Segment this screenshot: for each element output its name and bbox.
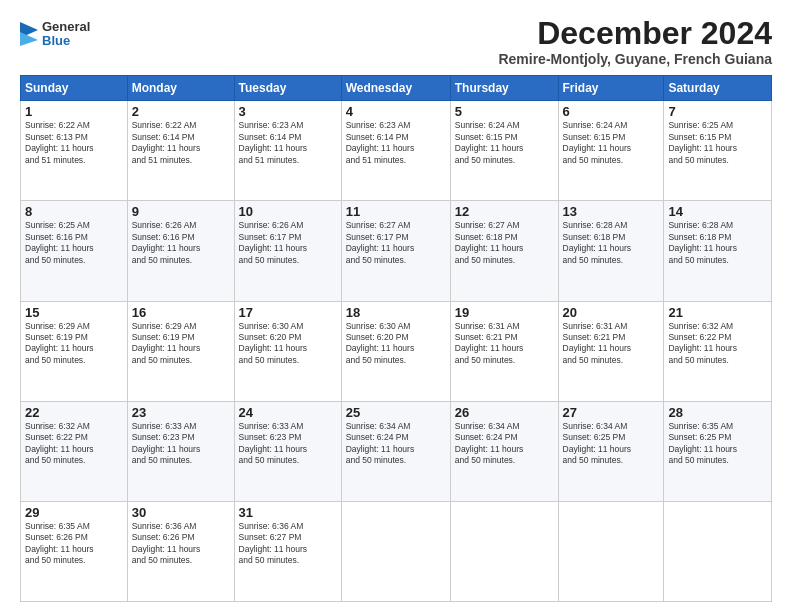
table-row [558, 501, 664, 601]
table-row: 4Sunrise: 6:23 AM Sunset: 6:14 PM Daylig… [341, 101, 450, 201]
day-number: 14 [668, 204, 767, 219]
day-number: 29 [25, 505, 123, 520]
table-row: 2Sunrise: 6:22 AM Sunset: 6:14 PM Daylig… [127, 101, 234, 201]
day-number: 12 [455, 204, 554, 219]
day-number: 22 [25, 405, 123, 420]
calendar-body: 1Sunrise: 6:22 AM Sunset: 6:13 PM Daylig… [21, 101, 772, 602]
day-info: Sunrise: 6:30 AM Sunset: 6:20 PM Dayligh… [239, 321, 337, 367]
calendar-header: Sunday Monday Tuesday Wednesday Thursday… [21, 76, 772, 101]
table-row: 9Sunrise: 6:26 AM Sunset: 6:16 PM Daylig… [127, 201, 234, 301]
day-info: Sunrise: 6:32 AM Sunset: 6:22 PM Dayligh… [25, 421, 123, 467]
table-row: 23Sunrise: 6:33 AM Sunset: 6:23 PM Dayli… [127, 401, 234, 501]
day-info: Sunrise: 6:34 AM Sunset: 6:24 PM Dayligh… [346, 421, 446, 467]
table-row: 21Sunrise: 6:32 AM Sunset: 6:22 PM Dayli… [664, 301, 772, 401]
calendar-row: 1Sunrise: 6:22 AM Sunset: 6:13 PM Daylig… [21, 101, 772, 201]
day-info: Sunrise: 6:23 AM Sunset: 6:14 PM Dayligh… [239, 120, 337, 166]
col-monday: Monday [127, 76, 234, 101]
day-number: 11 [346, 204, 446, 219]
table-row: 16Sunrise: 6:29 AM Sunset: 6:19 PM Dayli… [127, 301, 234, 401]
day-number: 10 [239, 204, 337, 219]
table-row: 27Sunrise: 6:34 AM Sunset: 6:25 PM Dayli… [558, 401, 664, 501]
day-info: Sunrise: 6:24 AM Sunset: 6:15 PM Dayligh… [455, 120, 554, 166]
day-number: 3 [239, 104, 337, 119]
table-row: 6Sunrise: 6:24 AM Sunset: 6:15 PM Daylig… [558, 101, 664, 201]
day-number: 30 [132, 505, 230, 520]
day-number: 28 [668, 405, 767, 420]
table-row [341, 501, 450, 601]
day-info: Sunrise: 6:22 AM Sunset: 6:14 PM Dayligh… [132, 120, 230, 166]
table-row: 24Sunrise: 6:33 AM Sunset: 6:23 PM Dayli… [234, 401, 341, 501]
day-info: Sunrise: 6:31 AM Sunset: 6:21 PM Dayligh… [455, 321, 554, 367]
table-row: 29Sunrise: 6:35 AM Sunset: 6:26 PM Dayli… [21, 501, 128, 601]
month-title: December 2024 [498, 16, 772, 51]
table-row: 11Sunrise: 6:27 AM Sunset: 6:17 PM Dayli… [341, 201, 450, 301]
day-number: 27 [563, 405, 660, 420]
day-number: 7 [668, 104, 767, 119]
day-info: Sunrise: 6:29 AM Sunset: 6:19 PM Dayligh… [25, 321, 123, 367]
calendar-row: 22Sunrise: 6:32 AM Sunset: 6:22 PM Dayli… [21, 401, 772, 501]
day-info: Sunrise: 6:35 AM Sunset: 6:26 PM Dayligh… [25, 521, 123, 567]
day-info: Sunrise: 6:22 AM Sunset: 6:13 PM Dayligh… [25, 120, 123, 166]
day-info: Sunrise: 6:34 AM Sunset: 6:25 PM Dayligh… [563, 421, 660, 467]
table-row: 19Sunrise: 6:31 AM Sunset: 6:21 PM Dayli… [450, 301, 558, 401]
day-number: 26 [455, 405, 554, 420]
day-info: Sunrise: 6:36 AM Sunset: 6:26 PM Dayligh… [132, 521, 230, 567]
table-row [664, 501, 772, 601]
table-row: 28Sunrise: 6:35 AM Sunset: 6:25 PM Dayli… [664, 401, 772, 501]
page: General Blue December 2024 Remire-Montjo… [0, 0, 792, 612]
day-number: 19 [455, 305, 554, 320]
logo-icon [20, 22, 38, 46]
title-block: December 2024 Remire-Montjoly, Guyane, F… [498, 16, 772, 67]
day-info: Sunrise: 6:33 AM Sunset: 6:23 PM Dayligh… [239, 421, 337, 467]
day-info: Sunrise: 6:26 AM Sunset: 6:16 PM Dayligh… [132, 220, 230, 266]
day-number: 15 [25, 305, 123, 320]
table-row: 7Sunrise: 6:25 AM Sunset: 6:15 PM Daylig… [664, 101, 772, 201]
col-thursday: Thursday [450, 76, 558, 101]
col-tuesday: Tuesday [234, 76, 341, 101]
calendar-table: Sunday Monday Tuesday Wednesday Thursday… [20, 75, 772, 602]
table-row: 22Sunrise: 6:32 AM Sunset: 6:22 PM Dayli… [21, 401, 128, 501]
table-row: 26Sunrise: 6:34 AM Sunset: 6:24 PM Dayli… [450, 401, 558, 501]
table-row: 1Sunrise: 6:22 AM Sunset: 6:13 PM Daylig… [21, 101, 128, 201]
day-info: Sunrise: 6:27 AM Sunset: 6:18 PM Dayligh… [455, 220, 554, 266]
day-number: 16 [132, 305, 230, 320]
day-number: 1 [25, 104, 123, 119]
table-row: 3Sunrise: 6:23 AM Sunset: 6:14 PM Daylig… [234, 101, 341, 201]
day-info: Sunrise: 6:30 AM Sunset: 6:20 PM Dayligh… [346, 321, 446, 367]
day-number: 18 [346, 305, 446, 320]
day-info: Sunrise: 6:31 AM Sunset: 6:21 PM Dayligh… [563, 321, 660, 367]
table-row: 13Sunrise: 6:28 AM Sunset: 6:18 PM Dayli… [558, 201, 664, 301]
logo: General Blue [20, 20, 90, 49]
day-number: 17 [239, 305, 337, 320]
day-number: 23 [132, 405, 230, 420]
day-number: 5 [455, 104, 554, 119]
day-number: 4 [346, 104, 446, 119]
day-info: Sunrise: 6:25 AM Sunset: 6:16 PM Dayligh… [25, 220, 123, 266]
day-number: 13 [563, 204, 660, 219]
day-info: Sunrise: 6:27 AM Sunset: 6:17 PM Dayligh… [346, 220, 446, 266]
logo-blue-text: Blue [42, 34, 90, 48]
day-info: Sunrise: 6:25 AM Sunset: 6:15 PM Dayligh… [668, 120, 767, 166]
day-info: Sunrise: 6:35 AM Sunset: 6:25 PM Dayligh… [668, 421, 767, 467]
calendar-row: 8Sunrise: 6:25 AM Sunset: 6:16 PM Daylig… [21, 201, 772, 301]
table-row: 15Sunrise: 6:29 AM Sunset: 6:19 PM Dayli… [21, 301, 128, 401]
day-info: Sunrise: 6:34 AM Sunset: 6:24 PM Dayligh… [455, 421, 554, 467]
table-row: 25Sunrise: 6:34 AM Sunset: 6:24 PM Dayli… [341, 401, 450, 501]
day-info: Sunrise: 6:26 AM Sunset: 6:17 PM Dayligh… [239, 220, 337, 266]
table-row [450, 501, 558, 601]
day-info: Sunrise: 6:33 AM Sunset: 6:23 PM Dayligh… [132, 421, 230, 467]
table-row: 20Sunrise: 6:31 AM Sunset: 6:21 PM Dayli… [558, 301, 664, 401]
logo-general-text: General [42, 20, 90, 34]
calendar-row: 29Sunrise: 6:35 AM Sunset: 6:26 PM Dayli… [21, 501, 772, 601]
day-number: 20 [563, 305, 660, 320]
day-info: Sunrise: 6:28 AM Sunset: 6:18 PM Dayligh… [563, 220, 660, 266]
header-row: Sunday Monday Tuesday Wednesday Thursday… [21, 76, 772, 101]
table-row: 5Sunrise: 6:24 AM Sunset: 6:15 PM Daylig… [450, 101, 558, 201]
day-number: 9 [132, 204, 230, 219]
day-number: 8 [25, 204, 123, 219]
table-row: 8Sunrise: 6:25 AM Sunset: 6:16 PM Daylig… [21, 201, 128, 301]
col-sunday: Sunday [21, 76, 128, 101]
location: Remire-Montjoly, Guyane, French Guiana [498, 51, 772, 67]
table-row: 14Sunrise: 6:28 AM Sunset: 6:18 PM Dayli… [664, 201, 772, 301]
table-row: 30Sunrise: 6:36 AM Sunset: 6:26 PM Dayli… [127, 501, 234, 601]
